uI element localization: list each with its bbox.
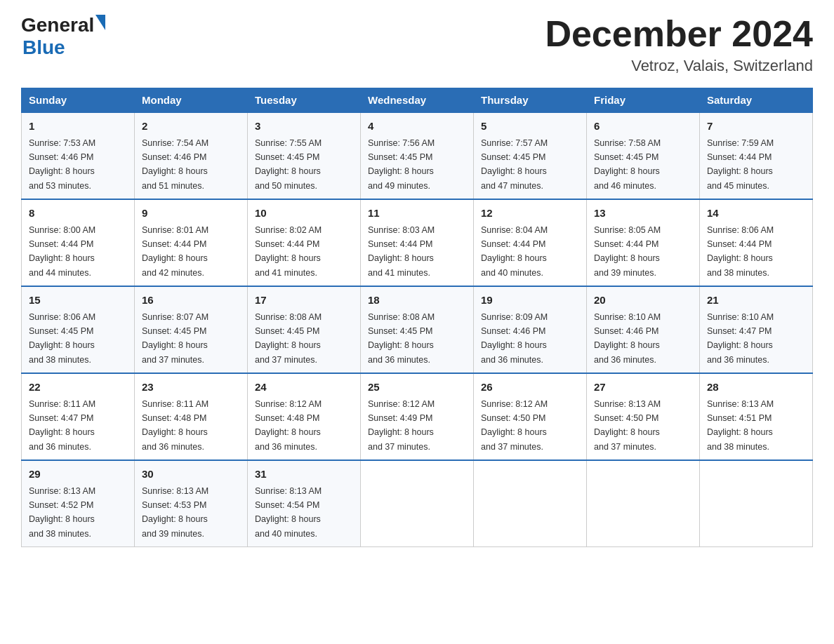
table-row (700, 460, 813, 547)
day-info: Sunrise: 8:05 AM Sunset: 4:44 PM Dayligh… (594, 225, 661, 278)
day-info: Sunrise: 8:01 AM Sunset: 4:44 PM Dayligh… (142, 225, 208, 278)
day-info: Sunrise: 8:06 AM Sunset: 4:44 PM Dayligh… (707, 225, 774, 278)
day-info: Sunrise: 8:13 AM Sunset: 4:50 PM Dayligh… (594, 399, 661, 452)
table-row: 30 Sunrise: 8:13 AM Sunset: 4:53 PM Dayl… (135, 460, 248, 547)
table-row: 8 Sunrise: 8:00 AM Sunset: 4:44 PM Dayli… (22, 199, 135, 286)
day-info: Sunrise: 8:08 AM Sunset: 4:45 PM Dayligh… (368, 312, 435, 365)
col-sunday: Sunday (22, 88, 135, 113)
col-tuesday: Tuesday (248, 88, 361, 113)
day-number: 15 (29, 293, 127, 309)
day-number: 31 (255, 467, 353, 483)
day-info: Sunrise: 8:13 AM Sunset: 4:54 PM Dayligh… (255, 486, 322, 539)
table-row: 31 Sunrise: 8:13 AM Sunset: 4:54 PM Dayl… (248, 460, 361, 547)
table-row: 24 Sunrise: 8:12 AM Sunset: 4:48 PM Dayl… (248, 373, 361, 460)
day-info: Sunrise: 7:54 AM Sunset: 4:46 PM Dayligh… (142, 138, 208, 191)
table-row: 17 Sunrise: 8:08 AM Sunset: 4:45 PM Dayl… (248, 286, 361, 373)
table-row: 27 Sunrise: 8:13 AM Sunset: 4:50 PM Dayl… (587, 373, 700, 460)
day-number: 27 (594, 380, 692, 396)
table-row (587, 460, 700, 547)
day-info: Sunrise: 8:11 AM Sunset: 4:47 PM Dayligh… (29, 399, 95, 452)
title-block: December 2024 Vetroz, Valais, Switzerlan… (545, 14, 813, 75)
page-header: General Blue December 2024 Vetroz, Valai… (21, 14, 813, 75)
day-number: 28 (707, 380, 805, 396)
day-number: 10 (255, 206, 353, 222)
calendar-row: 22 Sunrise: 8:11 AM Sunset: 4:47 PM Dayl… (22, 373, 813, 460)
day-number: 19 (481, 293, 579, 309)
logo-general: General (21, 14, 94, 36)
day-info: Sunrise: 7:55 AM Sunset: 4:45 PM Dayligh… (255, 138, 322, 191)
day-number: 7 (707, 119, 805, 135)
day-number: 3 (255, 119, 353, 135)
day-number: 17 (255, 293, 353, 309)
table-row: 25 Sunrise: 8:12 AM Sunset: 4:49 PM Dayl… (361, 373, 474, 460)
calendar-row: 8 Sunrise: 8:00 AM Sunset: 4:44 PM Dayli… (22, 199, 813, 286)
table-row: 10 Sunrise: 8:02 AM Sunset: 4:44 PM Dayl… (248, 199, 361, 286)
table-row: 26 Sunrise: 8:12 AM Sunset: 4:50 PM Dayl… (474, 373, 587, 460)
table-row: 9 Sunrise: 8:01 AM Sunset: 4:44 PM Dayli… (135, 199, 248, 286)
day-info: Sunrise: 8:07 AM Sunset: 4:45 PM Dayligh… (142, 312, 208, 365)
day-number: 11 (368, 206, 466, 222)
table-row: 11 Sunrise: 8:03 AM Sunset: 4:44 PM Dayl… (361, 199, 474, 286)
day-info: Sunrise: 8:04 AM Sunset: 4:44 PM Dayligh… (481, 225, 548, 278)
logo: General Blue (21, 14, 105, 59)
day-info: Sunrise: 8:06 AM Sunset: 4:45 PM Dayligh… (29, 312, 95, 365)
table-row: 29 Sunrise: 8:13 AM Sunset: 4:52 PM Dayl… (22, 460, 135, 547)
table-row: 4 Sunrise: 7:56 AM Sunset: 4:45 PM Dayli… (361, 112, 474, 199)
day-number: 26 (481, 380, 579, 396)
day-info: Sunrise: 8:11 AM Sunset: 4:48 PM Dayligh… (142, 399, 208, 452)
day-info: Sunrise: 8:09 AM Sunset: 4:46 PM Dayligh… (481, 312, 548, 365)
day-number: 2 (142, 119, 240, 135)
day-info: Sunrise: 8:12 AM Sunset: 4:49 PM Dayligh… (368, 399, 435, 452)
day-info: Sunrise: 8:13 AM Sunset: 4:51 PM Dayligh… (707, 399, 774, 452)
calendar-row: 1 Sunrise: 7:53 AM Sunset: 4:46 PM Dayli… (22, 112, 813, 199)
col-thursday: Thursday (474, 88, 587, 113)
table-row: 12 Sunrise: 8:04 AM Sunset: 4:44 PM Dayl… (474, 199, 587, 286)
day-number: 8 (29, 206, 127, 222)
col-monday: Monday (135, 88, 248, 113)
day-number: 13 (594, 206, 692, 222)
day-number: 24 (255, 380, 353, 396)
day-info: Sunrise: 8:03 AM Sunset: 4:44 PM Dayligh… (368, 225, 435, 278)
table-row: 21 Sunrise: 8:10 AM Sunset: 4:47 PM Dayl… (700, 286, 813, 373)
day-info: Sunrise: 8:10 AM Sunset: 4:46 PM Dayligh… (594, 312, 661, 365)
day-number: 9 (142, 206, 240, 222)
table-row: 28 Sunrise: 8:13 AM Sunset: 4:51 PM Dayl… (700, 373, 813, 460)
day-info: Sunrise: 8:12 AM Sunset: 4:48 PM Dayligh… (255, 399, 322, 452)
table-row: 16 Sunrise: 8:07 AM Sunset: 4:45 PM Dayl… (135, 286, 248, 373)
table-row: 15 Sunrise: 8:06 AM Sunset: 4:45 PM Dayl… (22, 286, 135, 373)
table-row: 14 Sunrise: 8:06 AM Sunset: 4:44 PM Dayl… (700, 199, 813, 286)
day-info: Sunrise: 8:02 AM Sunset: 4:44 PM Dayligh… (255, 225, 322, 278)
day-info: Sunrise: 7:56 AM Sunset: 4:45 PM Dayligh… (368, 138, 435, 191)
calendar-row: 29 Sunrise: 8:13 AM Sunset: 4:52 PM Dayl… (22, 460, 813, 547)
day-info: Sunrise: 8:00 AM Sunset: 4:44 PM Dayligh… (29, 225, 95, 278)
day-number: 25 (368, 380, 466, 396)
day-info: Sunrise: 8:08 AM Sunset: 4:45 PM Dayligh… (255, 312, 322, 365)
calendar-table: Sunday Monday Tuesday Wednesday Thursday… (21, 88, 813, 547)
day-info: Sunrise: 8:10 AM Sunset: 4:47 PM Dayligh… (707, 312, 774, 365)
table-row: 6 Sunrise: 7:58 AM Sunset: 4:45 PM Dayli… (587, 112, 700, 199)
day-info: Sunrise: 8:12 AM Sunset: 4:50 PM Dayligh… (481, 399, 548, 452)
day-number: 5 (481, 119, 579, 135)
table-row: 19 Sunrise: 8:09 AM Sunset: 4:46 PM Dayl… (474, 286, 587, 373)
day-info: Sunrise: 7:58 AM Sunset: 4:45 PM Dayligh… (594, 138, 661, 191)
calendar-row: 15 Sunrise: 8:06 AM Sunset: 4:45 PM Dayl… (22, 286, 813, 373)
day-number: 29 (29, 467, 127, 483)
day-info: Sunrise: 7:59 AM Sunset: 4:44 PM Dayligh… (707, 138, 774, 191)
day-number: 20 (594, 293, 692, 309)
day-number: 6 (594, 119, 692, 135)
table-row: 3 Sunrise: 7:55 AM Sunset: 4:45 PM Dayli… (248, 112, 361, 199)
logo-triangle-icon (95, 15, 105, 30)
page-subtitle: Vetroz, Valais, Switzerland (545, 57, 813, 75)
page-title: December 2024 (545, 14, 813, 54)
col-friday: Friday (587, 88, 700, 113)
day-number: 4 (368, 119, 466, 135)
day-number: 18 (368, 293, 466, 309)
table-row: 2 Sunrise: 7:54 AM Sunset: 4:46 PM Dayli… (135, 112, 248, 199)
day-number: 1 (29, 119, 127, 135)
day-number: 12 (481, 206, 579, 222)
header-row: Sunday Monday Tuesday Wednesday Thursday… (22, 88, 813, 113)
logo-blue: Blue (22, 36, 65, 59)
table-row (361, 460, 474, 547)
col-wednesday: Wednesday (361, 88, 474, 113)
col-saturday: Saturday (700, 88, 813, 113)
